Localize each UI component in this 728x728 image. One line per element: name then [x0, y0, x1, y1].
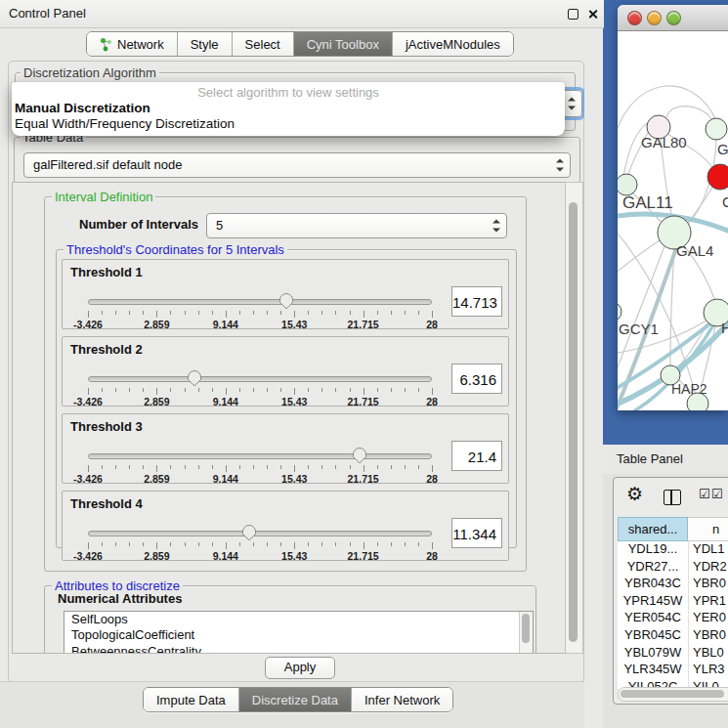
table-row[interactable]: YIL052CYIL0 [618, 679, 728, 687]
cell-name[interactable]: YLR3 [689, 662, 728, 679]
threshold-value-field[interactable]: 11.344 [451, 518, 502, 548]
cell-shared-name[interactable]: YPR145W [618, 593, 689, 611]
network-canvas[interactable]: GAL80G.GAL11CGAL4GCY1HHAP2 [618, 31, 728, 410]
bottom-tab-impute-data[interactable]: Impute Data [144, 688, 239, 711]
table-header-row: shared... n [618, 517, 728, 541]
threshold-slider[interactable]: -3.4262.8599.14415.4321.71528 [88, 447, 432, 482]
combo-stepper-icon[interactable] [568, 98, 576, 110]
cell-shared-name[interactable]: YBR043C [618, 576, 689, 593]
slider-handle-icon[interactable] [278, 292, 294, 310]
dropdown-option-manual-discretization[interactable]: Manual Discretization [12, 101, 565, 116]
slider-track[interactable] [88, 299, 432, 305]
attributes-group-title: Attributes to discretize [52, 578, 183, 593]
settings-scroll-viewport: Interval Definition Number of Intervals … [12, 182, 566, 654]
slider-handle-icon[interactable] [352, 447, 367, 464]
attribute-item[interactable]: BetweennessCentrality [64, 644, 533, 654]
minimize-traffic-light-icon[interactable] [647, 11, 662, 25]
tab-network[interactable]: Network [87, 32, 178, 56]
network-node[interactable] [706, 118, 727, 140]
checkbox-icon[interactable]: ☑ [699, 488, 710, 500]
cell-name[interactable]: YIL0 [689, 679, 728, 687]
cell-name[interactable]: YBL0 [689, 645, 728, 663]
network-node[interactable] [707, 164, 728, 190]
axis-tick-label: -3.426 [73, 473, 103, 485]
apply-button[interactable]: Apply [265, 657, 335, 679]
cell-shared-name[interactable]: YBL079W [618, 645, 689, 663]
axis-tick-label: 15.43 [281, 396, 307, 407]
close-traffic-light-icon[interactable] [627, 11, 642, 25]
cell-shared-name[interactable]: YIL052C [618, 679, 689, 687]
cell-shared-name[interactable]: YDL19... [618, 541, 689, 559]
network-node[interactable] [618, 174, 637, 195]
threshold-value-field[interactable]: 21.4 [451, 441, 502, 471]
slider-handle-icon[interactable] [187, 369, 202, 387]
num-intervals-combobox[interactable]: 5 [206, 213, 507, 238]
threshold-list: Threshold 1 -3.4262.8599.14415.4321.7152… [62, 259, 509, 568]
cell-shared-name[interactable]: YBR045C [618, 627, 689, 645]
float-window-icon[interactable] [568, 9, 578, 20]
network-view-window: GAL80G.GAL11CGAL4GCY1HHAP2 [618, 5, 728, 410]
zoom-traffic-light-icon[interactable] [666, 11, 681, 25]
dropdown-prompt[interactable]: Select algorithm to view settings [12, 82, 565, 101]
close-icon[interactable] [587, 9, 598, 20]
attribute-item[interactable]: TopologicalCoefficient [64, 627, 533, 643]
threshold-value-field[interactable]: 14.713 [451, 286, 502, 317]
table-row[interactable]: YER054CYER0 [618, 610, 728, 627]
table-data-combobox[interactable]: galFiltered.sif default node [23, 152, 571, 178]
split-columns-icon[interactable] [664, 490, 681, 505]
settings-vertical-scrollbar[interactable] [565, 182, 583, 654]
table-row[interactable]: YBR045CYBR0 [618, 627, 728, 645]
cell-name[interactable]: YBR0 [689, 576, 728, 593]
bottom-tab-label: Discretize Data [252, 693, 338, 707]
table-row[interactable]: YBR043CYBR0 [618, 576, 728, 593]
table-row[interactable]: YLR345WYLR3 [618, 662, 728, 679]
combo-stepper-icon[interactable] [556, 159, 564, 172]
bottom-tab-infer-network[interactable]: Infer Network [352, 688, 452, 711]
table-row[interactable]: YDR27...YDR2 [618, 559, 728, 577]
combo-stepper-icon[interactable] [492, 220, 500, 233]
algorithm-group-title: Discretization Algorithm [21, 65, 159, 80]
control-panel: Control Panel NetworkStyleSelectCyni Too… [0, 0, 585, 728]
cell-shared-name[interactable]: YDR27... [618, 559, 689, 577]
slider-track[interactable] [88, 376, 432, 382]
node-label: C [722, 193, 728, 210]
slider-track[interactable] [88, 453, 432, 459]
cell-shared-name[interactable]: YER054C [618, 610, 689, 627]
threshold-slider[interactable]: -3.4262.8599.14415.4321.71528 [88, 369, 432, 405]
network-icon [100, 37, 112, 52]
cell-name[interactable]: YDL1 [689, 541, 728, 559]
table-row[interactable]: YBL079WYBL0 [618, 645, 728, 663]
node-attribute-table: shared... n YDL19...YDL1YDR27...YDR2YBR0… [618, 517, 728, 689]
threshold-slider[interactable]: -3.4262.8599.14415.4321.71528 [88, 292, 432, 327]
tab-jactivemnodules[interactable]: jActiveMNodules [393, 32, 513, 56]
list-scrollbar[interactable] [519, 612, 533, 654]
axis-tick-label: 28 [426, 319, 438, 330]
column-header-shared-name[interactable]: shared... [618, 517, 688, 541]
column-header-name[interactable]: n [688, 517, 728, 541]
table-row[interactable]: YPR145WYPR1 [618, 593, 728, 611]
cell-name[interactable]: YPR1 [689, 593, 728, 611]
attribute-item[interactable]: SelfLoops [64, 612, 533, 627]
slider-tick-labels: -3.4262.8599.14415.4321.71528 [88, 319, 432, 329]
slider-track[interactable] [88, 531, 432, 536]
tab-select[interactable]: Select [233, 32, 294, 56]
table-row[interactable]: YDL19...YDL1 [618, 541, 728, 559]
tab-style[interactable]: Style [178, 32, 233, 56]
slider-handle-icon[interactable] [241, 524, 257, 541]
gear-icon[interactable]: ⚙ [626, 485, 643, 503]
network-node[interactable] [618, 302, 621, 321]
table-data-selected: galFiltered.sif default node [24, 153, 570, 176]
numerical-attributes-label: Numerical Attributes [58, 591, 182, 606]
cell-name[interactable]: YER0 [689, 610, 728, 627]
cell-shared-name[interactable]: YLR345W [618, 662, 689, 679]
dropdown-option-equal-width-frequency[interactable]: Equal Width/Frequency Discretization [12, 116, 565, 132]
threshold-value-field[interactable]: 6.316 [451, 364, 502, 394]
table-horizontal-scrollbar[interactable] [618, 687, 728, 702]
tab-cyni-toolbox[interactable]: Cyni Toolbox [294, 32, 393, 56]
bottom-tab-discretize-data[interactable]: Discretize Data [239, 688, 352, 711]
threshold-slider[interactable]: -3.4262.8599.14415.4321.71528 [88, 524, 432, 559]
cell-name[interactable]: YDR2 [689, 559, 728, 577]
cell-name[interactable]: YBR0 [689, 627, 728, 645]
node-label: GCY1 [619, 321, 659, 337]
checkbox-icon[interactable]: ☑ [711, 488, 723, 500]
